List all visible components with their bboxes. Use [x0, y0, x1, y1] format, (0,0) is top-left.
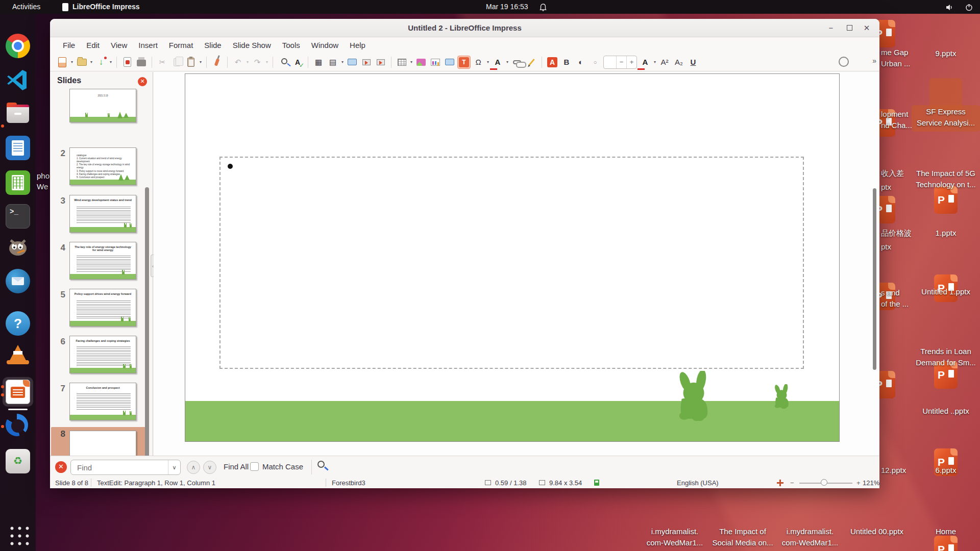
vlc-icon[interactable] [6, 345, 30, 369]
libreoffice-impress-icon[interactable] [6, 380, 30, 404]
file-label[interactable]: 9.pptx [910, 49, 980, 58]
slide-thumbnail-6[interactable]: Facing challenges and coping strategies [69, 336, 136, 373]
file-label[interactable]: i.mydramalist. [636, 527, 713, 536]
dropdown-caret[interactable]: ▾ [340, 56, 345, 69]
slide-thumbnail-1[interactable]: 2021.3.19 [69, 89, 136, 122]
file-label[interactable]: Service Analysi... [910, 118, 980, 127]
dropdown-caret[interactable]: ▾ [245, 56, 250, 69]
zoom-out-button[interactable]: − [790, 479, 794, 487]
find-all-label[interactable]: Find All [224, 462, 249, 471]
copy-icon[interactable] [170, 56, 183, 69]
zoom-in-button[interactable]: + [856, 479, 861, 487]
start-first-slide-icon[interactable] [360, 56, 373, 69]
clone-formatting-icon[interactable] [210, 56, 224, 69]
file-label[interactable]: Social Media on... [704, 538, 781, 547]
find-input[interactable] [76, 462, 163, 473]
file-label[interactable]: Technology on t... [910, 180, 980, 189]
dropdown-caret[interactable]: ▾ [89, 56, 94, 69]
file-label[interactable]: 品价格波 [881, 229, 912, 238]
undo-icon[interactable]: ↶ [231, 56, 244, 69]
display-grid-icon[interactable]: ▦ [312, 56, 325, 69]
insert-textbox2-icon[interactable] [443, 56, 456, 69]
volume-icon[interactable] [945, 3, 954, 16]
file-label[interactable]: s and [881, 288, 900, 297]
file-label[interactable]: Trends in Loan [910, 347, 980, 356]
help-icon[interactable]: ? [6, 311, 30, 336]
slide-thumbnail-2[interactable]: catalogue 1. Current situation and trend… [69, 147, 136, 185]
menu-tools[interactable]: Tools [277, 38, 306, 53]
slide-editing-area[interactable] [185, 73, 840, 442]
fit-slide-icon[interactable] [777, 480, 783, 486]
menu-window[interactable]: Window [306, 38, 344, 53]
text-box-outline[interactable] [219, 157, 804, 369]
file-label[interactable]: lopment [881, 110, 908, 118]
menu-edit[interactable]: Edit [81, 38, 105, 53]
file-label[interactable]: 6.pptx [910, 466, 980, 474]
text-box-active-icon[interactable]: T [457, 56, 471, 69]
match-case-label[interactable]: Match Case [262, 462, 303, 471]
panel-scrollbar[interactable] [145, 187, 149, 468]
close-button[interactable]: ✕ [861, 23, 872, 34]
file-label[interactable]: com-WedMar1... [636, 538, 713, 547]
display-views-icon[interactable]: ▤ [326, 56, 339, 69]
slide-thumbnail-3[interactable]: Wind energy development status and trend [69, 195, 136, 233]
spinner-minus[interactable]: − [616, 56, 626, 68]
file-label[interactable]: 12.pptx [881, 466, 906, 474]
titlebar[interactable]: Untitled 2 - LibreOffice Impress − ✕ [50, 19, 879, 37]
special-character-icon[interactable]: Ω [472, 56, 485, 69]
export-pdf-icon[interactable] [120, 56, 134, 69]
show-applications-icon[interactable] [7, 523, 29, 545]
zoom-slider-thumb[interactable] [821, 479, 827, 486]
unsaved-changes-icon[interactable] [594, 480, 599, 486]
insert-table-icon[interactable] [395, 56, 408, 69]
slide-thumbnail-7[interactable]: Conclusion and prospect [69, 383, 136, 420]
slide-thumbnail-5[interactable]: Policy support drives wind energy forwar… [69, 289, 136, 327]
dropdown-caret[interactable]: ▾ [198, 56, 203, 69]
vertical-scrollbar[interactable] [873, 188, 876, 370]
menu-help[interactable]: Help [344, 38, 371, 53]
spinner-plus[interactable]: + [626, 56, 636, 68]
libreoffice-writer-icon[interactable] [6, 136, 30, 160]
menu-insert[interactable]: Insert [133, 38, 163, 53]
subscript-icon[interactable]: A₂ [672, 56, 685, 69]
underline-icon[interactable]: U [687, 56, 700, 69]
find-replace-icon[interactable] [277, 56, 290, 69]
toolbar-overflow-icon[interactable]: » [872, 57, 875, 65]
paste-icon[interactable] [184, 56, 198, 69]
file-label[interactable]: Demand for Sm... [910, 358, 980, 367]
pptx-file-icon[interactable] [934, 186, 958, 214]
new-document-icon[interactable] [56, 56, 69, 69]
files-icon[interactable] [6, 102, 30, 126]
file-label[interactable]: The Impact of [704, 527, 781, 536]
language-selector[interactable]: English (USA) [677, 479, 719, 487]
file-label[interactable]: ptx [881, 183, 891, 191]
find-and-replace-icon[interactable] [317, 461, 325, 468]
find-close-icon[interactable]: ✕ [55, 461, 67, 473]
character-highlight-icon[interactable]: A [546, 56, 559, 69]
cut-icon[interactable]: ✂ [156, 56, 169, 69]
bunny-graphic-large[interactable] [674, 371, 714, 421]
match-case-checkbox[interactable] [250, 462, 259, 471]
show-draw-functions-icon[interactable] [525, 56, 538, 69]
open-icon[interactable] [75, 56, 88, 69]
file-label[interactable]: Untitled 1.pptx [910, 287, 980, 296]
bunny-graphic-small[interactable] [772, 384, 792, 409]
shadow-icon[interactable]: ◐ [574, 56, 587, 69]
redo-icon[interactable]: ↷ [251, 56, 264, 69]
chrome-icon[interactable] [6, 34, 30, 58]
gimp-icon[interactable] [6, 235, 30, 260]
file-label[interactable]: of the ... [881, 299, 909, 308]
file-label[interactable]: The Impact of 5G [910, 169, 980, 178]
insert-image-icon[interactable] [414, 56, 428, 69]
pptx-file-icon[interactable] [934, 536, 958, 551]
spelling-icon[interactable]: A [291, 56, 304, 69]
file-label[interactable]: me Gap [881, 48, 908, 57]
desktop-icon-label-fragment[interactable]: We [37, 182, 48, 191]
file-label[interactable]: SF Express [910, 107, 980, 116]
file-label[interactable]: Untitled ..pptx [910, 407, 980, 415]
outline-icon[interactable]: ○ [589, 56, 602, 69]
menu-file[interactable]: File [57, 38, 81, 53]
dropdown-caret[interactable]: ▾ [69, 56, 75, 69]
desktop-icon-label-fragment[interactable]: pho [37, 171, 50, 180]
focused-app-name[interactable]: LibreOffice Impress [72, 0, 140, 14]
